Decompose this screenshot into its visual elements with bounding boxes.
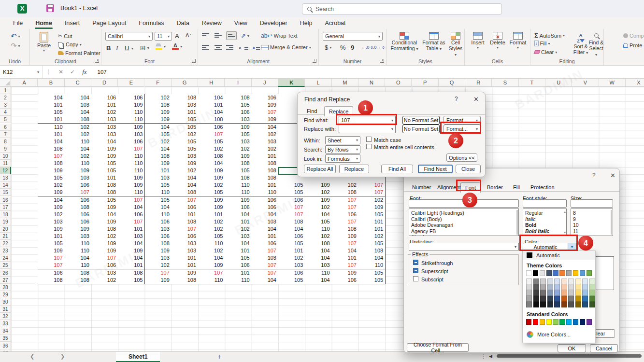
clipboard-dialog-launcher[interactable] [95,59,99,63]
replace-button[interactable]: Replace [339,165,369,173]
grid-cell[interactable]: 108 [358,247,386,255]
grid-cell[interactable]: 102 [145,138,172,146]
theme-variant-swatch[interactable] [561,302,567,307]
grid-cell[interactable]: 104 [305,277,332,284]
grid-cell[interactable]: 110 [305,225,332,233]
grid-cell[interactable]: 104 [252,277,279,284]
column-header-P[interactable]: P [412,79,439,87]
grid-cell[interactable]: 109 [172,269,199,277]
grid-cell[interactable]: 105 [145,181,172,189]
font-style-item[interactable]: Bold Italic [525,228,566,235]
grid-cell[interactable]: 106 [145,233,172,240]
grid-cell[interactable]: 107 [332,196,359,204]
standard-color-swatch[interactable] [533,319,538,325]
theme-variant-swatch[interactable] [540,290,546,296]
grid-cell[interactable]: 110 [118,160,145,167]
row-header-22[interactable]: 22 [0,240,11,247]
grid-cell[interactable]: 104 [65,254,92,262]
row-header-3[interactable]: 3 [0,101,11,109]
grid-cell[interactable]: 105 [225,254,252,262]
theme-variant-swatch[interactable] [575,284,581,290]
column-header-N[interactable]: N [358,79,385,87]
grid-cell[interactable]: 109 [91,247,118,255]
more-colors-item[interactable]: More Colors... [523,328,595,341]
grid-cell[interactable]: 103 [252,138,279,146]
grid-cell[interactable]: 106 [172,233,199,240]
grid-cell[interactable]: 108 [118,269,145,277]
grid-cell[interactable]: 108 [278,218,305,226]
row-header-26[interactable]: 26 [0,269,11,277]
grid-cell[interactable]: 104 [145,204,172,211]
tab-bar-divider[interactable]: ⋮ [481,353,487,360]
number-dialog-launcher[interactable] [380,59,384,63]
format-as-table-button[interactable]: Format asTable ▾ [421,32,446,51]
wrap-text-button[interactable]: ab↩ Wrap Text [261,32,298,39]
grid-cell[interactable]: 107 [91,254,118,262]
grid-cell[interactable]: 101 [38,116,65,124]
grid-cell[interactable]: 107 [118,145,145,153]
ribbon-tab-page-layout[interactable]: Page Layout [86,18,132,28]
grid-cell[interactable]: 106 [38,269,65,277]
font-style-item[interactable]: Bold [525,222,566,228]
grid-cell[interactable]: 101 [198,211,225,219]
grid-cell[interactable]: 103 [278,262,305,269]
paste-button[interactable]: Paste ▾ [35,32,53,53]
grid-cell[interactable]: 102 [145,262,172,269]
find-select-button[interactable]: Find &Select ▾ [588,32,604,57]
standard-color-swatch[interactable] [546,319,552,325]
ribbon-tab-view[interactable]: View [228,18,254,28]
grid-cell[interactable]: 102 [91,109,118,116]
grid-cell[interactable]: 107 [252,247,279,255]
grid-cell[interactable]: 102 [198,181,225,189]
row-header-15[interactable]: 15 [0,189,11,196]
underline-dropdown[interactable]: ▾ [409,243,519,251]
grid-cell[interactable]: 104 [225,240,252,248]
row-header-16[interactable]: 16 [0,196,11,204]
autosum-button[interactable]: Σ AutoSum ▾ [534,32,565,39]
grid-cell[interactable]: 107 [118,218,145,226]
grid-cell[interactable]: 108 [38,160,65,167]
grid-cell[interactable]: 110 [65,160,92,167]
font-size-combo[interactable]: 11▾ [155,32,172,41]
row-header-29[interactable]: 29 [0,291,11,298]
grid-cell[interactable]: 104 [252,211,279,219]
theme-variant-swatch[interactable] [561,284,567,290]
grid-cell[interactable]: 104 [118,240,145,248]
theme-variant-swatch[interactable] [540,296,546,302]
grid-cell[interactable]: 107 [252,262,279,269]
theme-variant-swatch[interactable] [533,302,539,307]
grid-cell[interactable]: 106 [278,269,305,277]
row-header-17[interactable]: 17 [0,204,11,211]
grid-cell[interactable]: 102 [91,233,118,240]
increase-decimal-button[interactable]: ←.00 [361,45,373,50]
grid-cell[interactable]: 110 [65,138,92,146]
grid-cell[interactable]: 110 [118,153,145,160]
grid-cell[interactable]: 109 [225,124,252,131]
shrink-font-button[interactable]: Ǎ [186,32,190,38]
ribbon-tab-review[interactable]: Review [196,18,228,28]
column-header-W[interactable]: W [599,79,626,87]
sheet-tab-sheet1[interactable]: Sheet1 [116,352,160,362]
row-header-30[interactable]: 30 [0,298,11,306]
theme-variant-swatch[interactable] [589,284,595,290]
tab-fill[interactable]: Fill [509,182,524,192]
align-top-button[interactable] [202,33,209,36]
grid-cell[interactable]: 109 [91,204,118,211]
grid-cell[interactable]: 106 [332,277,359,284]
font-list[interactable]: Calibri Light (Headings)Calibri (Body)Ad… [409,209,519,236]
look-in-dropdown[interactable]: Formulas▾ [325,154,360,163]
grid-cell[interactable]: 101 [38,233,65,240]
align-middle-button[interactable] [215,33,222,38]
grid-cell[interactable]: 103 [172,153,199,160]
grid-cell[interactable]: 105 [91,167,118,175]
scroll-up-icon[interactable]: ▴ [564,210,566,214]
grid-cell[interactable]: 102 [332,181,359,189]
theme-variant-swatch[interactable] [526,284,532,290]
grid-cell[interactable]: 107 [252,269,279,277]
grid-cell[interactable]: 110 [65,240,92,248]
font-list-item[interactable]: Adobe Devanagari [411,222,518,228]
grid-cell[interactable]: 106 [252,196,279,204]
theme-variant-swatch[interactable] [589,302,595,307]
theme-variant-swatch[interactable] [561,278,567,284]
grid-cell[interactable]: 110 [198,240,225,248]
